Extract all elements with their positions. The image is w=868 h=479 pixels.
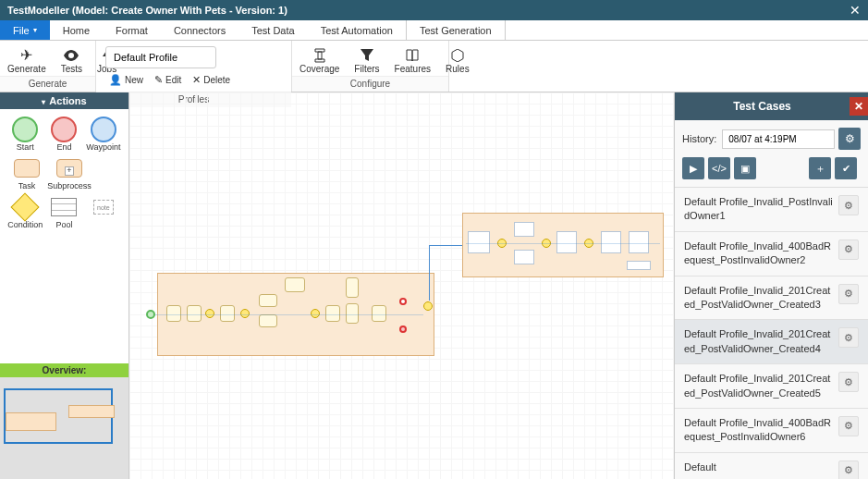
caret-down-icon: ▾ — [42, 98, 45, 106]
diagram-node[interactable] — [627, 261, 651, 270]
canvas[interactable] — [129, 92, 674, 479]
menu-test-data[interactable]: Test Data — [238, 20, 307, 40]
menu-connectors[interactable]: Connectors — [161, 20, 238, 40]
export-button[interactable]: ▣ — [734, 157, 756, 179]
features-button-label: Features — [395, 64, 431, 74]
diagram-end-node[interactable] — [399, 325, 407, 333]
test-case-item[interactable]: Default Profile_Invalid_201Created_PostV… — [675, 320, 868, 364]
profile-input[interactable] — [105, 46, 216, 68]
new-profile-button[interactable]: 👤New — [104, 70, 149, 90]
window-close-button[interactable]: ✕ — [850, 3, 861, 18]
test-case-settings-button[interactable]: ⚙ — [838, 416, 859, 436]
palette-waypoint[interactable]: Waypoint — [86, 117, 121, 152]
diagram-node[interactable] — [220, 305, 235, 322]
palette-subprocess[interactable]: Subprocess — [50, 155, 89, 190]
diagram-start-node[interactable] — [146, 310, 155, 319]
test-case-name: Default Profile_Invalid_201Created_PostV… — [684, 372, 833, 400]
palette-pool[interactable]: Pool — [46, 194, 81, 229]
test-case-item[interactable]: Default Profile_Invalid_201Created_PostV… — [675, 364, 868, 409]
test-cases-title: Test Cases — [675, 100, 850, 113]
test-case-settings-button[interactable]: ⚙ — [838, 240, 859, 260]
menu-home[interactable]: Home — [50, 20, 103, 40]
history-select[interactable]: 08/07 at 4:19PM — [722, 129, 835, 149]
test-case-settings-button[interactable]: ⚙ — [838, 327, 859, 348]
diagram-node[interactable] — [372, 305, 386, 322]
menu-file[interactable]: File ▾ — [0, 20, 50, 40]
tests-button[interactable]: Tests — [54, 43, 90, 74]
menu-format[interactable]: Format — [103, 20, 161, 40]
diagram-node[interactable] — [187, 305, 202, 322]
palette-task[interactable]: Task — [7, 155, 46, 190]
menu-file-label: File — [13, 25, 30, 36]
diagram-node[interactable] — [514, 222, 534, 237]
delete-profile-button[interactable]: ✕Delete — [187, 70, 236, 90]
menu-test-automation[interactable]: Test Automation — [308, 20, 406, 40]
overview-minimap[interactable] — [0, 377, 128, 479]
test-case-item[interactable]: Default Profile_Invalid_PostInvalidOwner… — [675, 188, 868, 232]
diagram-edge — [429, 245, 430, 301]
confirm-button[interactable]: ✔ — [835, 157, 857, 179]
diagram-node[interactable] — [468, 231, 490, 253]
test-case-settings-button[interactable]: ⚙ — [838, 372, 859, 392]
diagram-gateway[interactable] — [423, 301, 433, 311]
eye-icon — [64, 47, 79, 64]
actions-panel-header[interactable]: ▾Actions — [0, 92, 128, 109]
condition-node-icon — [11, 192, 40, 221]
test-cases-header: Test Cases ✕ — [675, 92, 868, 120]
diagram-node[interactable] — [166, 305, 181, 322]
diagram-end-node[interactable] — [399, 298, 407, 305]
coverage-button[interactable]: Coverage — [292, 43, 347, 74]
palette-note[interactable]: note — [86, 194, 121, 229]
test-case-item[interactable]: Default Profile_Invalid_201Created_PostV… — [675, 276, 868, 321]
diagram-node[interactable] — [285, 277, 305, 292]
diagram-gateway[interactable] — [311, 309, 320, 318]
menu-test-generation[interactable]: Test Generation — [406, 20, 506, 40]
test-cases-list[interactable]: Default Profile_Invalid_PostInvalidOwner… — [675, 187, 868, 479]
rules-button[interactable]: Rules — [438, 43, 477, 74]
waypoint-node-icon — [91, 117, 116, 142]
palette-condition[interactable]: Condition — [7, 194, 43, 229]
overview-header: Overview: — [0, 363, 128, 377]
test-case-item[interactable]: Default Profile_Invalid_400BadRequest_Po… — [675, 409, 868, 453]
test-case-settings-button[interactable]: ⚙ — [838, 461, 859, 479]
task-node-icon — [14, 159, 40, 178]
diagram-node[interactable] — [346, 303, 359, 324]
test-case-item[interactable]: Default Profile_Invalid_400BadRequest_Po… — [675, 232, 868, 276]
toolbar: ✈ Generate Tests Jobs Generate 👤New — [0, 41, 868, 92]
test-case-settings-button[interactable]: ⚙ — [838, 195, 859, 215]
diagram-gateway[interactable] — [205, 309, 214, 318]
add-test-case-button[interactable]: ＋ — [809, 157, 831, 179]
test-case-name: Default Profile_Invalid_PostInvalidOwner… — [684, 195, 833, 224]
test-case-item[interactable]: Default⚙ — [675, 453, 868, 479]
diagram-node[interactable] — [259, 314, 277, 327]
menu-bar: File ▾ Home Format Connectors Test Data … — [0, 20, 868, 41]
rules-button-label: Rules — [446, 64, 470, 74]
history-label: History: — [682, 133, 716, 144]
filters-button[interactable]: Filters — [347, 43, 386, 74]
test-case-name: Default Profile_Invalid_400BadRequest_Po… — [684, 416, 833, 445]
diagram-gateway[interactable] — [240, 309, 250, 318]
code-button[interactable]: </> — [708, 157, 730, 179]
diagram-node[interactable] — [346, 277, 359, 298]
filter-icon — [361, 47, 373, 64]
diagram-node[interactable] — [514, 250, 534, 264]
start-node-icon — [12, 117, 38, 142]
diagram-node[interactable] — [629, 231, 649, 253]
diagram-node[interactable] — [259, 294, 277, 307]
diagram-node[interactable] — [325, 305, 340, 322]
test-case-settings-button[interactable]: ⚙ — [838, 284, 859, 304]
history-settings-button[interactable]: ⚙ — [838, 128, 861, 150]
diagram-node[interactable] — [556, 231, 577, 253]
close-panel-button[interactable]: ✕ — [850, 97, 868, 116]
diagram-node[interactable] — [601, 231, 621, 253]
generate-button[interactable]: ✈ Generate — [0, 43, 54, 74]
coverage-button-label: Coverage — [300, 64, 339, 74]
palette-end[interactable]: End — [46, 117, 81, 152]
palette-start[interactable]: Start — [7, 117, 43, 152]
run-button[interactable]: ▶ — [682, 157, 704, 179]
edit-profile-button[interactable]: ✎Edit — [149, 70, 187, 90]
toolbar-group-configure: Coverage Filters Features Rules — [292, 41, 449, 92]
chevron-down-icon: ▾ — [33, 26, 37, 34]
features-button[interactable]: Features — [387, 43, 438, 74]
coverage-icon — [312, 47, 327, 64]
